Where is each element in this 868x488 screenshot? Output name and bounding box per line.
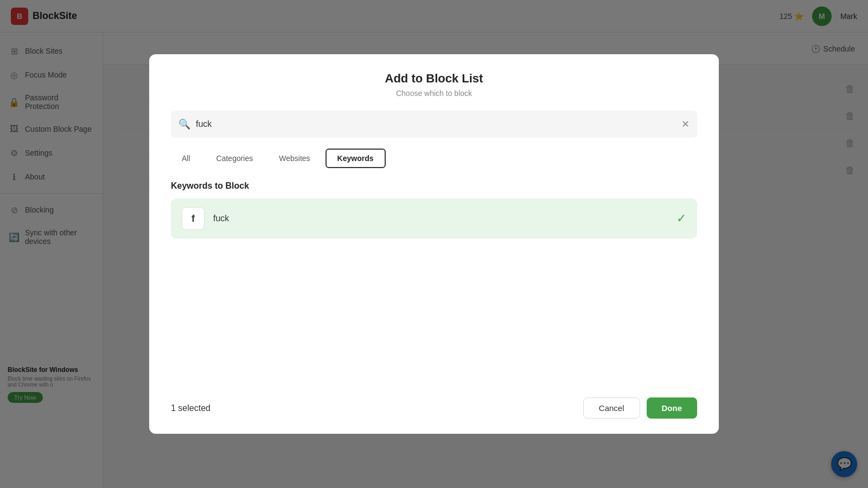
modal-subtitle: Choose which to block (171, 89, 697, 98)
modal: Add to Block List Choose which to block … (149, 54, 719, 434)
search-clear-icon[interactable]: ✕ (681, 118, 690, 130)
modal-title: Add to Block List (171, 72, 697, 86)
search-input[interactable] (196, 119, 676, 129)
keyword-text: fuck (213, 214, 668, 223)
tab-websites[interactable]: Websites (268, 149, 321, 168)
keyword-check-icon: ✓ (676, 211, 686, 226)
search-bar: 🔍 ✕ (171, 111, 697, 138)
search-icon: 🔍 (178, 118, 190, 130)
tab-categories[interactable]: Categories (206, 149, 264, 168)
tab-all[interactable]: All (171, 149, 201, 168)
done-button[interactable]: Done (647, 397, 698, 419)
modal-footer: 1 selected Cancel Done (171, 382, 697, 419)
selected-count: 1 selected (171, 403, 210, 413)
footer-buttons: Cancel Done (583, 397, 697, 419)
tab-keywords[interactable]: Keywords (326, 149, 386, 168)
modal-overlay: Add to Block List Choose which to block … (0, 0, 868, 488)
filter-tabs: All Categories Websites Keywords (171, 149, 697, 168)
keyword-letter-badge: f (182, 207, 205, 230)
keyword-item[interactable]: f fuck ✓ (171, 198, 697, 239)
keywords-list: f fuck ✓ (171, 198, 697, 244)
cancel-button[interactable]: Cancel (583, 397, 640, 419)
section-title: Keywords to Block (171, 181, 697, 191)
